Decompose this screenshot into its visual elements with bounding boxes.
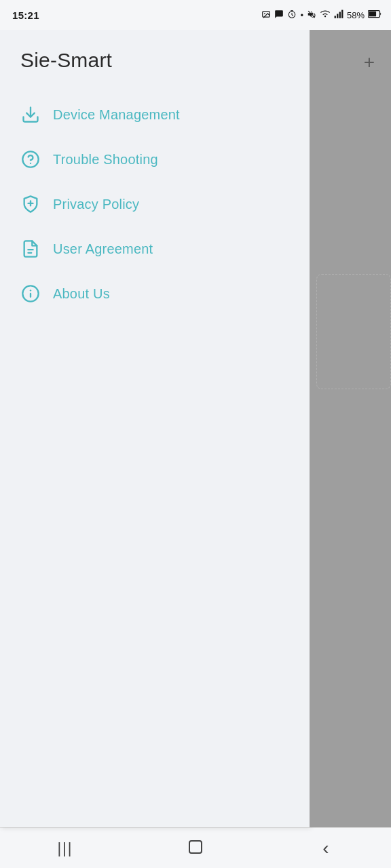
svg-rect-9 xyxy=(369,12,376,17)
wifi-status-icon xyxy=(320,9,331,21)
sidebar-item-device-management[interactable]: Device Management xyxy=(0,92,310,137)
plus-icon: + xyxy=(364,53,375,72)
svg-rect-6 xyxy=(339,12,341,18)
signal-status-icon xyxy=(334,9,343,21)
timer-status-icon xyxy=(287,9,297,21)
battery-percent: 58% xyxy=(347,10,365,20)
device-management-label: Device Management xyxy=(53,107,180,123)
main-layout: Sie-Smart Device Management xyxy=(0,30,391,827)
user-agreement-label: User Agreement xyxy=(53,241,153,257)
svg-rect-4 xyxy=(335,16,336,18)
privacy-policy-label: Privacy Policy xyxy=(53,197,139,212)
svg-rect-7 xyxy=(341,9,343,18)
drawer-menu: Device Management Trouble Shooting xyxy=(0,85,310,323)
status-bar: 15:21 • 58% xyxy=(0,0,391,30)
battery-icon xyxy=(368,9,381,20)
photo-status-icon xyxy=(261,9,271,21)
info-circle-icon xyxy=(20,283,41,304)
status-time: 15:21 xyxy=(12,9,39,21)
nav-home-button[interactable] xyxy=(175,833,216,863)
trouble-shooting-label: Trouble Shooting xyxy=(53,152,158,167)
app-title: Sie-Smart xyxy=(20,49,112,71)
nav-back-button[interactable]: ‹ xyxy=(305,833,346,863)
notification-dot: • xyxy=(300,10,303,20)
shield-plus-icon xyxy=(20,194,41,214)
nav-menu-icon: ||| xyxy=(57,840,73,857)
nav-home-icon xyxy=(187,839,204,858)
about-us-label: About Us xyxy=(53,286,110,302)
svg-rect-20 xyxy=(189,841,202,853)
help-circle-icon xyxy=(20,149,41,170)
sidebar-item-about-us[interactable]: About Us xyxy=(0,271,310,316)
nav-back-icon: ‹ xyxy=(322,837,329,859)
svg-rect-5 xyxy=(337,14,338,18)
svg-point-1 xyxy=(264,13,265,14)
right-panel: + xyxy=(310,30,391,827)
mute-status-icon xyxy=(307,9,316,21)
file-icon xyxy=(20,239,41,259)
add-button[interactable]: + xyxy=(357,50,381,75)
nav-bar: ||| ‹ xyxy=(0,827,391,868)
nav-menu-button[interactable]: ||| xyxy=(45,833,86,863)
drawer-panel: Sie-Smart Device Management xyxy=(0,30,310,827)
sidebar-item-privacy-policy[interactable]: Privacy Policy xyxy=(0,182,310,226)
sidebar-item-user-agreement[interactable]: User Agreement xyxy=(0,226,310,271)
dashed-placeholder xyxy=(316,274,391,389)
status-icons: • 58% xyxy=(261,9,381,21)
sidebar-item-trouble-shooting[interactable]: Trouble Shooting xyxy=(0,137,310,182)
download-icon xyxy=(20,104,41,125)
drawer-header: Sie-Smart xyxy=(0,30,310,85)
message-status-icon xyxy=(274,9,284,21)
